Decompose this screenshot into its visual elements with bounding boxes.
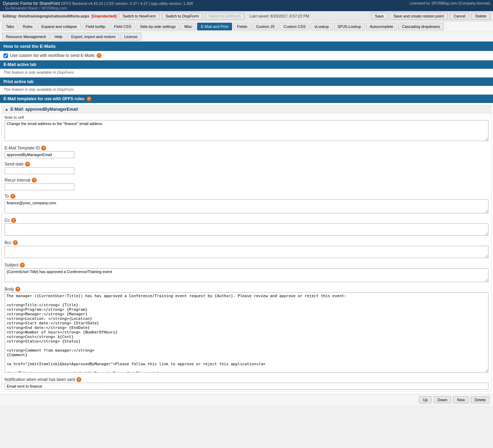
use-workflow-checkbox[interactable] — [3, 53, 8, 58]
recur-interval-group: Recur interval ? — [2, 176, 491, 192]
save-button[interactable]: Save — [371, 13, 388, 20]
editing-path: Editing: /lists/trainingregistration/edi… — [3, 14, 89, 18]
subject-label: Subject ? — [5, 263, 488, 267]
template-id-label: E-Mail Template ID ? — [5, 146, 488, 150]
bottom-action-bar: Up Down New Delete — [0, 394, 493, 405]
switch-newform-button[interactable]: Switch to NewForm — [119, 13, 159, 20]
tab-cascading-dropdowns[interactable]: Cascading dropdowns — [398, 23, 444, 30]
tab-custom-js[interactable]: Custom JS — [252, 23, 279, 30]
to-input[interactable]: finance@your_company.com — [5, 199, 488, 213]
bcc-group: Bcc ? — [2, 238, 491, 261]
author-line: - by Alexander Bautz / SPJSBlog.com — [3, 6, 193, 10]
license-info: Licensed to: SPJSBlog.com (Company licen… — [410, 1, 491, 5]
email-templates-section: E-Mail templates for use with DFFS rules… — [0, 95, 493, 392]
body-label: Body ? — [5, 287, 488, 292]
cc-group: Cc ? — [2, 216, 491, 238]
template-id-input[interactable] — [5, 151, 74, 158]
tab-license[interactable]: License — [120, 33, 141, 41]
tab-autocomplete[interactable]: Autocomplete — [366, 23, 397, 30]
tab-resource-management[interactable]: Resource Management — [2, 33, 50, 41]
tab-field-tooltip[interactable]: Field tooltip — [82, 23, 109, 30]
body-input[interactable]: The manager ({CurrentUser:Title}) has ha… — [5, 292, 488, 373]
switch-editform-button[interactable]: Switch to EditForm — [205, 13, 245, 20]
email-item-title: E-Mail: approvedByManagerEmail — [10, 107, 78, 112]
send-date-group: Send date ? — [2, 160, 491, 176]
send-date-label: Send date ? — [5, 162, 488, 167]
version-info: DFFS Backend v4.43.10 | CSS version: 4.3… — [61, 1, 193, 6]
cc-input[interactable] — [5, 223, 488, 236]
down-button[interactable]: Down — [434, 396, 451, 403]
up-button[interactable]: Up — [419, 396, 432, 403]
email-item-header[interactable]: ▲ E-Mail: approvedByManagerEmail — [2, 105, 491, 113]
subject-group: Subject ? {CurrentUser:Title} has approv… — [2, 261, 491, 285]
to-help-icon[interactable]: ? — [10, 194, 15, 199]
subject-input[interactable]: {CurrentUser:Title} has approved a Confe… — [5, 268, 488, 282]
notification-input[interactable] — [5, 383, 488, 390]
save-restore-button[interactable]: Save and create restore point — [390, 13, 448, 20]
bcc-input[interactable] — [5, 246, 488, 258]
tab-fields[interactable]: Fields — [233, 23, 251, 30]
template-id-help-icon[interactable]: ? — [41, 146, 46, 150]
tab-custom-css[interactable]: Custom CSS — [279, 23, 309, 30]
use-workflow-label: Use custom list with workflow to send E-… — [10, 53, 95, 58]
app-title-line: Dynamic Forms for SharePoint DFFS Backen… — [3, 1, 193, 6]
main-content: How to send the E-Mails Use custom list … — [0, 42, 493, 405]
tab-tabs[interactable]: Tabs — [2, 23, 18, 30]
new-button[interactable]: New — [453, 396, 469, 403]
recur-interval-help-icon[interactable]: ? — [32, 178, 37, 183]
template-id-group: E-Mail Template ID ? — [2, 144, 491, 160]
note-to-self-input[interactable] — [5, 120, 488, 141]
notification-label: Notification when email has been sent ? — [5, 377, 488, 382]
to-group: To ? finance@your_company.com — [2, 192, 491, 216]
top-bar: Dynamic Forms for SharePoint DFFS Backen… — [0, 0, 493, 11]
collapse-triangle: ▲ — [5, 107, 9, 112]
workflow-help-icon[interactable]: ? — [97, 53, 102, 58]
send-date-help-icon[interactable]: ? — [25, 162, 30, 167]
delete-button[interactable]: Delete — [471, 13, 490, 20]
cc-help-icon[interactable]: ? — [11, 218, 16, 223]
tab-expand-collapse[interactable]: Expand and collapse — [37, 23, 81, 30]
bcc-help-icon[interactable]: ? — [13, 240, 18, 245]
tab-spjs-lookup[interactable]: SPJS-Lookup — [334, 23, 365, 30]
cancel-button[interactable]: Cancel — [450, 13, 469, 20]
email-templates-header: E-Mail templates for use with DFFS rules… — [0, 95, 493, 103]
how-to-send-content: Use custom list with workflow to send E-… — [0, 51, 493, 60]
recur-interval-input[interactable] — [5, 183, 74, 190]
tab-field-css[interactable]: Field CSS — [110, 23, 135, 30]
delete-item-button[interactable]: Delete — [471, 396, 490, 403]
email-item: ▲ E-Mail: approvedByManagerEmail Note to… — [1, 105, 492, 392]
subject-help-icon[interactable]: ? — [20, 263, 25, 267]
print-active-tab-section: Print active tab This feature is only av… — [0, 78, 493, 95]
email-templates-help-icon[interactable]: ? — [87, 96, 91, 101]
email-active-tab-header: E-Mail active tab — [0, 60, 493, 69]
editing-bar: Editing: /lists/trainingregistration/edi… — [0, 11, 493, 21]
tab-side-by-side[interactable]: Side-by-side settings — [136, 23, 179, 30]
email-active-tab-content: This feature is only available in DispFo… — [0, 69, 493, 77]
notification-group: Notification when email has been sent ? — [2, 375, 491, 391]
print-active-tab-header: Print active tab — [0, 78, 493, 86]
tab-help[interactable]: Help — [51, 33, 66, 41]
tab-rules[interactable]: Rules — [19, 23, 36, 30]
body-group: Body ? The manager ({CurrentUser:Title})… — [2, 285, 491, 375]
send-date-input[interactable] — [5, 167, 74, 174]
to-label: To ? — [5, 194, 488, 199]
tab-email-print[interactable]: E-Mail and Print — [197, 23, 232, 30]
print-active-tab-content: This feature is only available in DispFo… — [0, 86, 493, 94]
switch-dispform-button[interactable]: Switch to DispForm — [162, 13, 203, 20]
toolbar-row2: Resource Management Help Export, import … — [0, 32, 493, 42]
cc-label: Cc ? — [5, 218, 488, 223]
tab-vlookup[interactable]: vLookup — [311, 23, 333, 30]
email-active-tab-section: E-Mail active tab This feature is only a… — [0, 60, 493, 78]
body-help-icon[interactable]: ? — [15, 287, 20, 292]
notification-help-icon[interactable]: ? — [76, 377, 81, 382]
note-to-self-group: Note to self — [2, 113, 491, 144]
app-name: Dynamic Forms for SharePoint — [3, 1, 60, 6]
tab-misc[interactable]: Misc — [180, 23, 196, 30]
bcc-label: Bcc ? — [5, 240, 488, 245]
toolbar-row1: Tabs Rules Expand and collapse Field too… — [0, 21, 493, 32]
email-templates-title: E-Mail templates for use with DFFS rules — [3, 96, 84, 101]
recur-interval-label: Recur interval ? — [5, 178, 488, 183]
protection-badge: [Unprotected] — [91, 14, 117, 18]
tab-export-import[interactable]: Export, import and restore — [67, 33, 119, 41]
how-to-send-section: How to send the E-Mails Use custom list … — [0, 42, 493, 60]
